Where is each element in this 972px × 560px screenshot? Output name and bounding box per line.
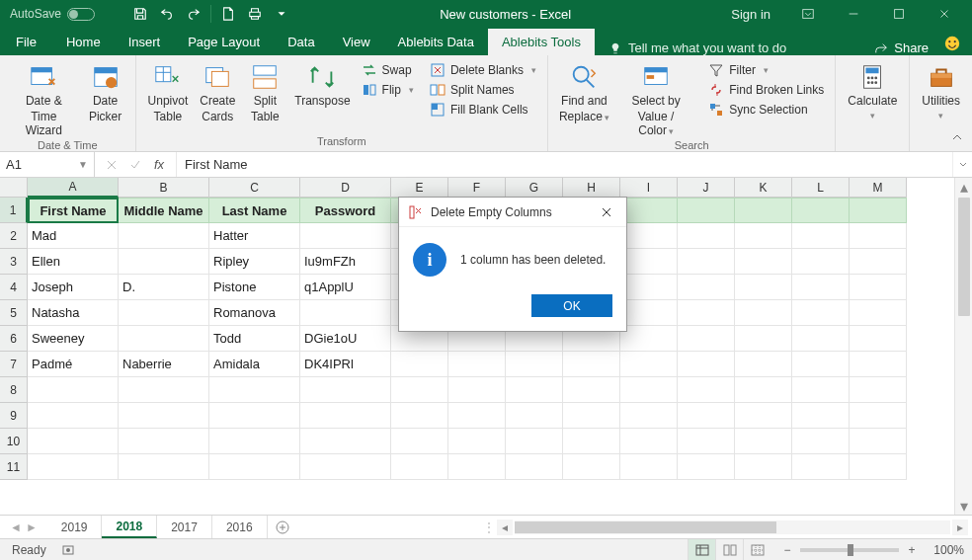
sheet-nav-prev-icon[interactable]: ◄	[10, 520, 22, 534]
cell[interactable]	[678, 198, 735, 223]
calculate-button[interactable]: Calculate ▾	[844, 59, 901, 122]
cell[interactable]	[792, 403, 850, 429]
view-page-break-icon[interactable]	[743, 539, 770, 561]
cell[interactable]	[119, 403, 209, 429]
cell[interactable]: Romanova	[209, 300, 300, 326]
cell[interactable]	[28, 377, 119, 403]
cell[interactable]	[448, 429, 506, 454]
cell[interactable]	[735, 429, 792, 454]
cell[interactable]	[300, 300, 391, 326]
maximize-icon[interactable]	[877, 0, 921, 28]
row-header[interactable]: 8	[0, 377, 28, 403]
cell[interactable]	[792, 198, 850, 223]
ribbon-options-icon[interactable]	[786, 0, 830, 28]
cell[interactable]	[850, 403, 907, 429]
select-by-value-button[interactable]: Select by Value / Color▾	[616, 59, 695, 139]
cell[interactable]	[620, 275, 678, 300]
cell[interactable]	[448, 352, 506, 377]
formula-input[interactable]: First Name	[177, 152, 952, 177]
cell[interactable]	[391, 403, 448, 429]
cell[interactable]	[850, 326, 907, 352]
cell[interactable]	[850, 352, 907, 377]
cell[interactable]: Password	[300, 198, 391, 223]
cell[interactable]	[209, 429, 300, 454]
column-header[interactable]: D	[300, 178, 391, 198]
date-picker-button[interactable]: Date Picker	[84, 59, 127, 126]
cell[interactable]	[119, 377, 209, 403]
date-time-wizard-button[interactable]: Date & Time Wizard	[8, 59, 80, 139]
dialog-close-icon[interactable]	[595, 200, 618, 224]
cell[interactable]	[620, 198, 678, 223]
select-all-corner[interactable]	[0, 178, 28, 198]
cell[interactable]	[448, 403, 506, 429]
cell[interactable]: Iu9mFZh	[300, 249, 391, 275]
tab-split-handle[interactable]: ⋮	[485, 516, 493, 538]
minimize-icon[interactable]	[832, 0, 875, 28]
cell[interactable]	[391, 352, 448, 377]
cell[interactable]	[391, 377, 448, 403]
swap-button[interactable]: Swap	[359, 61, 417, 79]
zoom-out-icon[interactable]: −	[780, 543, 794, 557]
utilities-button[interactable]: Utilities ▾	[918, 59, 964, 122]
cell[interactable]	[850, 249, 907, 275]
tab-insert[interactable]: Insert	[115, 29, 175, 55]
row-header[interactable]: 3	[0, 249, 28, 275]
unpivot-table-button[interactable]: Unpivot Table	[144, 59, 193, 126]
scroll-down-icon[interactable]: ▾	[955, 497, 972, 515]
cell[interactable]	[391, 454, 448, 480]
cell[interactable]	[735, 403, 792, 429]
zoom-control[interactable]: − +	[770, 543, 929, 557]
sync-selection-button[interactable]: Sync Selection	[705, 101, 827, 119]
cell[interactable]	[678, 300, 735, 326]
cell[interactable]	[620, 326, 678, 352]
scroll-left-icon[interactable]: ◂	[497, 520, 513, 535]
sheet-nav-next-icon[interactable]: ►	[26, 520, 38, 534]
cell[interactable]	[792, 454, 850, 480]
cell[interactable]: Padmé	[28, 352, 119, 377]
sheet-tab[interactable]: 2016	[212, 516, 268, 538]
cell[interactable]	[620, 429, 678, 454]
tab-ablebits-data[interactable]: Ablebits Data	[384, 29, 488, 55]
cell[interactable]	[506, 429, 563, 454]
macro-record-icon[interactable]	[58, 543, 78, 557]
row-header[interactable]: 7	[0, 352, 28, 377]
cell[interactable]	[792, 223, 850, 249]
cell[interactable]	[735, 352, 792, 377]
new-file-icon[interactable]	[216, 2, 240, 26]
column-header[interactable]: C	[209, 178, 300, 198]
add-sheet-button[interactable]	[268, 516, 297, 538]
column-header[interactable]: F	[448, 178, 506, 198]
column-header[interactable]: A	[28, 178, 119, 198]
tab-home[interactable]: Home	[52, 29, 115, 55]
row-header[interactable]: 4	[0, 275, 28, 300]
zoom-percent[interactable]: 100%	[929, 543, 972, 557]
tab-data[interactable]: Data	[274, 29, 328, 55]
row-header[interactable]: 1	[0, 198, 28, 223]
cell[interactable]	[119, 326, 209, 352]
cell[interactable]	[119, 429, 209, 454]
cell[interactable]	[850, 454, 907, 480]
cell[interactable]: Amidala	[209, 352, 300, 377]
cell[interactable]	[448, 377, 506, 403]
find-replace-button[interactable]: Find and Replace▾	[556, 59, 612, 126]
column-header[interactable]: E	[391, 178, 448, 198]
cell[interactable]	[28, 429, 119, 454]
cancel-edit-icon[interactable]	[101, 154, 122, 176]
cell[interactable]	[735, 300, 792, 326]
cell[interactable]: Sweeney	[28, 326, 119, 352]
cell[interactable]: DK4IPRl	[300, 352, 391, 377]
column-header[interactable]: L	[792, 178, 850, 198]
cell[interactable]	[300, 403, 391, 429]
cell[interactable]	[792, 326, 850, 352]
cell[interactable]: D.	[119, 275, 209, 300]
close-icon[interactable]	[923, 0, 966, 28]
cell[interactable]: Pistone	[209, 275, 300, 300]
save-icon[interactable]	[128, 2, 152, 26]
sheet-tab[interactable]: 2018	[102, 516, 157, 538]
autosave-toggle[interactable]: AutoSave	[0, 7, 128, 21]
cell[interactable]	[850, 300, 907, 326]
cell[interactable]: First Name	[28, 198, 119, 223]
cell[interactable]	[678, 454, 735, 480]
sheet-tab[interactable]: 2017	[157, 516, 212, 538]
cell[interactable]: Ellen	[28, 249, 119, 275]
